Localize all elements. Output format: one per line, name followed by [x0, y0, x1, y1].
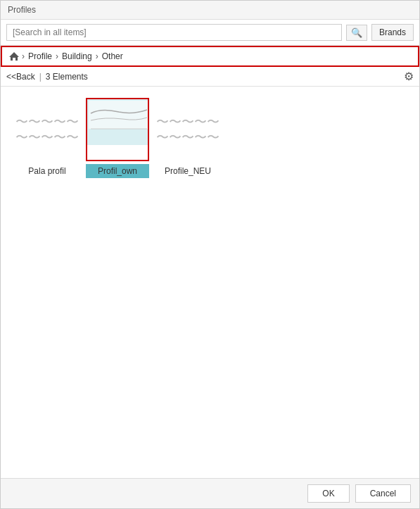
svg-marker-0: [9, 52, 19, 61]
search-icon: 🔍: [351, 27, 362, 38]
back-button[interactable]: <<Back: [6, 72, 35, 82]
wave-line-3: 〜〜〜〜〜: [156, 115, 219, 128]
content-area: 〜〜〜〜〜 〜〜〜〜〜 Pala profil: [1, 87, 419, 478]
ok-button[interactable]: OK: [307, 484, 349, 503]
profile-image: [87, 99, 148, 145]
list-item[interactable]: 〜〜〜〜〜 〜〜〜〜〜 Pala profil: [12, 98, 82, 178]
svg-rect-2: [89, 101, 149, 129]
item-thumbnail-profil-own: [86, 98, 149, 161]
item-label-profile-neu: Profile_NEU: [160, 164, 215, 178]
item-label-profil-own: Profil_own: [86, 164, 149, 178]
footer: OK Cancel: [1, 478, 419, 508]
breadcrumb-other[interactable]: Other: [100, 51, 125, 62]
home-button[interactable]: [8, 50, 20, 63]
item-label-pala: Pala profil: [24, 164, 70, 178]
list-item[interactable]: 〜〜〜〜〜 〜〜〜〜〜 Profile_NEU: [153, 98, 223, 178]
nav-row: <<Back | 3 Elements ⚙: [1, 67, 419, 87]
dialog: Profiles 🔍 Brands › Profile › Building ›…: [0, 0, 420, 509]
search-input[interactable]: [6, 24, 342, 41]
items-grid: 〜〜〜〜〜 〜〜〜〜〜 Pala profil: [12, 98, 408, 178]
breadcrumb-profile[interactable]: Profile: [26, 51, 54, 62]
cancel-button[interactable]: Cancel: [355, 484, 411, 503]
breadcrumb: › Profile › Building › Other: [1, 46, 419, 67]
wave-line-1: 〜〜〜〜〜: [15, 115, 79, 128]
search-toolbar: 🔍 Brands: [1, 20, 419, 46]
nav-divider: |: [39, 72, 42, 82]
breadcrumb-building[interactable]: Building: [60, 51, 94, 62]
title-bar: Profiles: [1, 1, 419, 20]
settings-icon[interactable]: ⚙: [404, 70, 414, 83]
list-item[interactable]: Profil_own: [82, 98, 153, 178]
dialog-title: Profiles: [8, 5, 36, 15]
wave-line-4: 〜〜〜〜〜: [156, 131, 219, 144]
search-button[interactable]: 🔍: [346, 25, 367, 41]
item-thumbnail-profile-neu: 〜〜〜〜〜 〜〜〜〜〜: [156, 98, 219, 161]
sep-3: ›: [96, 51, 98, 61]
wave-line-2: 〜〜〜〜〜: [15, 131, 79, 144]
sep-2: ›: [56, 51, 58, 61]
elements-count: 3 Elements: [46, 72, 88, 82]
sep-1: ›: [22, 51, 25, 61]
nav-left: <<Back | 3 Elements: [6, 72, 88, 82]
item-thumbnail-pala: 〜〜〜〜〜 〜〜〜〜〜: [15, 98, 79, 161]
brands-button[interactable]: Brands: [371, 24, 414, 41]
